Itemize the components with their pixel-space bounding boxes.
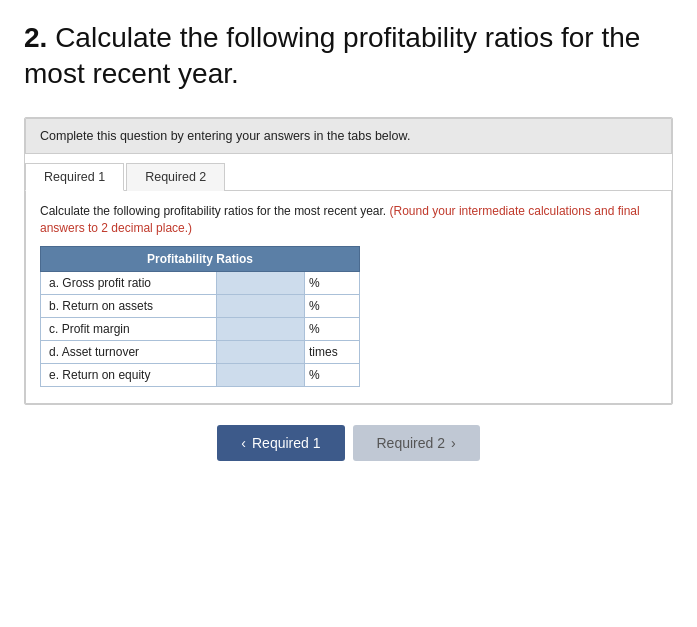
instruction-text: Complete this question by entering your … [40, 129, 410, 143]
table-header: Profitability Ratios [41, 247, 360, 272]
title-number: 2. [24, 22, 47, 53]
prev-button-label: Required 1 [252, 435, 321, 451]
table-row: a. Gross profit ratio% [41, 272, 360, 295]
input-field-a[interactable] [221, 274, 300, 292]
table-row: e. Return on equity% [41, 364, 360, 387]
question-container: Complete this question by entering your … [24, 117, 673, 406]
title-text: Calculate the following profitability ra… [24, 22, 640, 89]
table-row-unit-c: % [305, 318, 360, 341]
table-row-unit-d: times [305, 341, 360, 364]
tab-required2[interactable]: Required 2 [126, 163, 225, 191]
table-row-unit-b: % [305, 295, 360, 318]
table-row-unit-a: % [305, 272, 360, 295]
page-title: 2. Calculate the following profitability… [24, 20, 673, 93]
next-button[interactable]: Required 2 › [353, 425, 480, 461]
table-row: d. Asset turnovertimes [41, 341, 360, 364]
tabs-container: Required 1 Required 2 Calculate the foll… [25, 162, 672, 405]
input-field-e[interactable] [221, 366, 300, 384]
table-row-label-b: b. Return on assets [41, 295, 217, 318]
input-field-c[interactable] [221, 320, 300, 338]
table-row-input-d[interactable] [217, 341, 305, 364]
table-row-label-c: c. Profit margin [41, 318, 217, 341]
prev-arrow-icon: ‹ [241, 435, 246, 451]
table-row-input-c[interactable] [217, 318, 305, 341]
table-row-label-a: a. Gross profit ratio [41, 272, 217, 295]
question-main-text: Calculate the following profitability ra… [40, 204, 386, 218]
instruction-box: Complete this question by entering your … [25, 118, 672, 154]
table-row-label-d: d. Asset turnover [41, 341, 217, 364]
input-field-d[interactable] [221, 343, 300, 361]
tab-required1[interactable]: Required 1 [25, 163, 124, 191]
table-row-unit-e: % [305, 364, 360, 387]
tabs-row: Required 1 Required 2 [25, 162, 672, 191]
table-row-input-b[interactable] [217, 295, 305, 318]
nav-buttons: ‹ Required 1 Required 2 › [24, 425, 673, 461]
table-row-label-e: e. Return on equity [41, 364, 217, 387]
next-arrow-icon: › [451, 435, 456, 451]
profitability-table: Profitability Ratios a. Gross profit rat… [40, 246, 360, 387]
prev-button[interactable]: ‹ Required 1 [217, 425, 344, 461]
next-button-label: Required 2 [377, 435, 446, 451]
question-text: Calculate the following profitability ra… [40, 203, 657, 237]
tab-content: Calculate the following profitability ra… [25, 191, 672, 405]
table-row-input-a[interactable] [217, 272, 305, 295]
input-field-b[interactable] [221, 297, 300, 315]
table-row-input-e[interactable] [217, 364, 305, 387]
table-row: c. Profit margin% [41, 318, 360, 341]
table-row: b. Return on assets% [41, 295, 360, 318]
